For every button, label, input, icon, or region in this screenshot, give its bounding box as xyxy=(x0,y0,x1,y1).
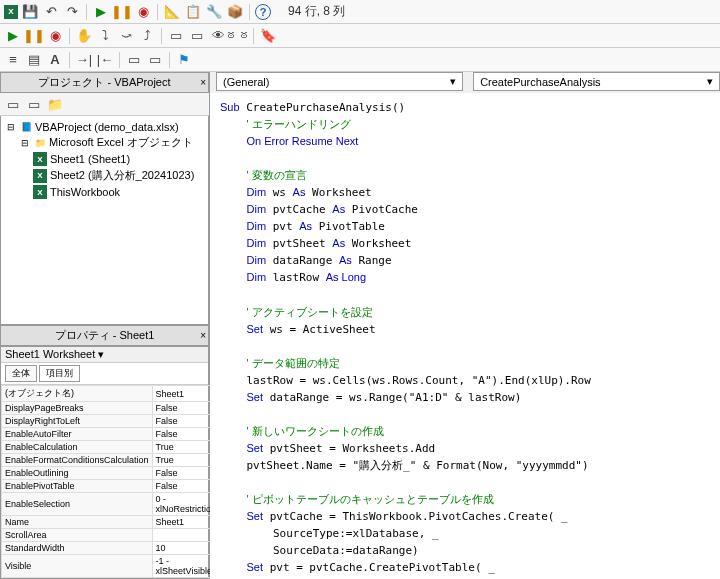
step-over-icon[interactable]: ⤻ xyxy=(117,27,135,45)
collapse-icon[interactable]: ⊟ xyxy=(5,121,17,133)
properties-title: プロパティ - Sheet1 xyxy=(55,328,155,343)
hand-icon[interactable]: ✋ xyxy=(75,27,93,45)
chevron-down-icon[interactable]: ▾ xyxy=(98,348,104,360)
list-props-icon[interactable]: ≡ xyxy=(4,51,22,69)
breakpoint-icon[interactable]: 🔖 xyxy=(259,27,277,45)
project-explorer-header: プロジェクト - VBAProject × xyxy=(0,72,209,93)
workbook-icon: X xyxy=(33,185,47,199)
property-row[interactable]: DisplayRightToLeftFalse xyxy=(2,415,225,428)
tree-item-sheet2[interactable]: X Sheet2 (購入分析_20241023) xyxy=(5,167,204,184)
a-icon[interactable]: A xyxy=(46,51,64,69)
properties-table: (オブジェクト名)Sheet1DisplayPageBreaksFalseDis… xyxy=(1,385,225,578)
tab-categorized[interactable]: 項目別 xyxy=(39,365,80,382)
chevron-down-icon: ▾ xyxy=(707,75,713,88)
help-icon[interactable]: ? xyxy=(255,4,271,20)
object-browser-icon[interactable]: 📦 xyxy=(226,3,244,21)
left-panel: プロジェクト - VBAProject × ▭ ▭ 📁 ⊟ 📘 VBAProje… xyxy=(0,72,210,579)
run-icon[interactable]: ▶ xyxy=(92,3,110,21)
properties-icon[interactable]: 🔧 xyxy=(205,3,223,21)
locals-window-icon[interactable]: ▭ xyxy=(167,27,185,45)
tree-item-thisworkbook[interactable]: X ThisWorkbook xyxy=(5,184,204,200)
property-row[interactable]: StandardWidth10 xyxy=(2,542,225,555)
list-const-icon[interactable]: ▤ xyxy=(25,51,43,69)
property-row[interactable]: DisplayPageBreaksFalse xyxy=(2,402,225,415)
procedure-dropdown[interactable]: CreatePurchaseAnalysis▾ xyxy=(473,72,720,91)
worksheet-icon: X xyxy=(33,169,47,183)
step-into-icon[interactable]: ⤵ xyxy=(96,27,114,45)
property-row[interactable]: EnablePivotTableFalse xyxy=(2,480,225,493)
property-row[interactable]: NameSheet1 xyxy=(2,516,225,529)
toolbar-2: ▶ ❚❚ ◉ ✋ ⤵ ⤻ ⤴ ▭ ▭ 👁 ఠఠ 🔖 xyxy=(0,24,720,48)
property-row[interactable]: (オブジェクト名)Sheet1 xyxy=(2,386,225,402)
code-editor[interactable]: Sub CreatePurchaseAnalysis() ' エラーハンドリング… xyxy=(210,93,720,579)
bookmark-flag-icon[interactable]: ⚑ xyxy=(175,51,193,69)
property-row[interactable]: Visible-1 - xlSheetVisible xyxy=(2,555,225,578)
toolbar-3: ≡ ▤ A →| |← ▭ ▭ ⚑ xyxy=(0,48,720,72)
code-dropdowns: (General)▾ CreatePurchaseAnalysis▾ xyxy=(210,72,720,93)
close-icon[interactable]: × xyxy=(200,77,206,88)
redo-icon[interactable]: ↷ xyxy=(63,3,81,21)
run-icon-2[interactable]: ▶ xyxy=(4,27,22,45)
immediate-window-icon[interactable]: ▭ xyxy=(188,27,206,45)
property-row[interactable]: EnableOutliningFalse xyxy=(2,467,225,480)
project-icon[interactable]: 📋 xyxy=(184,3,202,21)
properties-tabs: 全体 項目別 xyxy=(1,363,208,385)
undo-icon[interactable]: ↶ xyxy=(42,3,60,21)
property-row[interactable]: EnableSelection0 - xlNoRestrictions xyxy=(2,493,225,516)
indent-icon[interactable]: →| xyxy=(75,51,93,69)
property-row[interactable]: ScrollArea xyxy=(2,529,225,542)
close-icon[interactable]: × xyxy=(200,330,206,341)
project-tree: ⊟ 📘 VBAProject (demo_data.xlsx) ⊟ 📁 Micr… xyxy=(0,116,209,325)
property-row[interactable]: EnableCalculationTrue xyxy=(2,441,225,454)
tab-alphabetic[interactable]: 全体 xyxy=(5,365,37,382)
object-dropdown[interactable]: (General)▾ xyxy=(216,72,463,91)
save-icon[interactable]: 💾 xyxy=(21,3,39,21)
quick-watch-icon[interactable]: ఠఠ xyxy=(230,27,248,45)
tree-item-sheet1[interactable]: X Sheet1 (Sheet1) xyxy=(5,151,204,167)
code-panel: (General)▾ CreatePurchaseAnalysis▾ Sub C… xyxy=(210,72,720,579)
properties-panel: Sheet1 Worksheet ▾ 全体 項目別 (オブジェクト名)Sheet… xyxy=(0,346,209,579)
view-object-icon[interactable]: ▭ xyxy=(25,95,43,113)
vba-project-icon: 📘 xyxy=(20,121,32,133)
design-mode-icon[interactable]: 📐 xyxy=(163,3,181,21)
cursor-position: 94 行, 8 列 xyxy=(288,3,345,20)
toggle-folders-icon[interactable]: 📁 xyxy=(46,95,64,113)
tree-folder[interactable]: ⊟ 📁 Microsoft Excel オブジェクト xyxy=(5,134,204,151)
uncomment-icon[interactable]: ▭ xyxy=(146,51,164,69)
worksheet-icon: X xyxy=(33,152,47,166)
view-code-icon[interactable]: ▭ xyxy=(4,95,22,113)
stop-icon-2[interactable]: ◉ xyxy=(46,27,64,45)
toolbar-1: X 💾 ↶ ↷ ▶ ❚❚ ◉ 📐 📋 🔧 📦 ? 94 行, 8 列 xyxy=(0,0,720,24)
watch-window-icon[interactable]: 👁 xyxy=(209,27,227,45)
comment-icon[interactable]: ▭ xyxy=(125,51,143,69)
property-row[interactable]: EnableAutoFilterFalse xyxy=(2,428,225,441)
step-out-icon[interactable]: ⤴ xyxy=(138,27,156,45)
stop-icon[interactable]: ◉ xyxy=(134,3,152,21)
tree-root[interactable]: ⊟ 📘 VBAProject (demo_data.xlsx) xyxy=(5,120,204,134)
project-toolbar: ▭ ▭ 📁 xyxy=(0,93,209,116)
property-row[interactable]: EnableFormatConditionsCalculationTrue xyxy=(2,454,225,467)
collapse-icon[interactable]: ⊟ xyxy=(19,137,31,149)
properties-header: プロパティ - Sheet1 × xyxy=(0,325,209,346)
excel-icon[interactable]: X xyxy=(4,5,18,19)
project-title: プロジェクト - VBAProject xyxy=(38,75,170,90)
folder-icon: 📁 xyxy=(34,137,46,149)
chevron-down-icon: ▾ xyxy=(450,75,456,88)
properties-object-name: Sheet1 Worksheet xyxy=(5,348,95,360)
pause-icon[interactable]: ❚❚ xyxy=(113,3,131,21)
outdent-icon[interactable]: |← xyxy=(96,51,114,69)
pause-icon-2[interactable]: ❚❚ xyxy=(25,27,43,45)
